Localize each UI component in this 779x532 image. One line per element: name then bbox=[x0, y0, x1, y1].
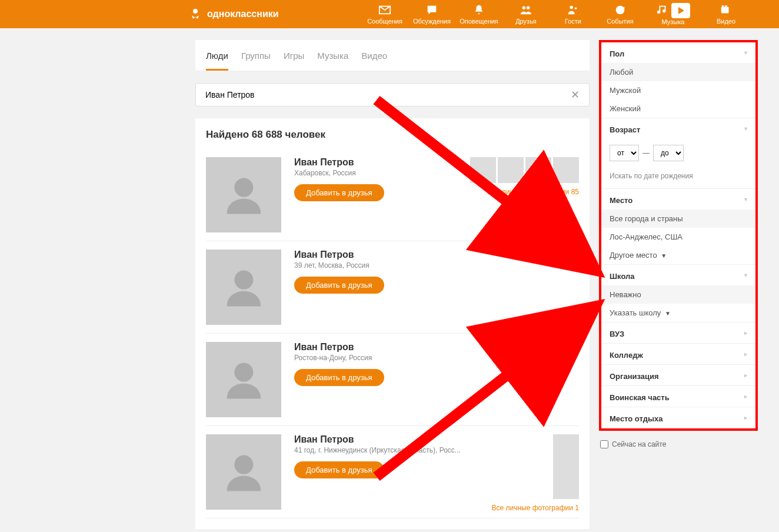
svg-point-9 bbox=[234, 178, 253, 197]
photo-thumb[interactable] bbox=[525, 157, 551, 183]
online-now-checkbox[interactable]: Сейчас на сайте bbox=[599, 437, 758, 452]
result-meta: Ростов-на-Дону, Россия bbox=[294, 354, 579, 362]
add-friend-button[interactable]: Добавить в друзья bbox=[294, 184, 384, 201]
filter-option[interactable]: Женский bbox=[601, 99, 755, 118]
svg-point-7 bbox=[722, 5, 724, 8]
filter-Колледж: Колледж bbox=[601, 344, 755, 365]
tab-Группы[interactable]: Группы bbox=[241, 40, 271, 71]
logo-text: одноклассники bbox=[207, 9, 279, 19]
nav-events[interactable]: События bbox=[597, 3, 644, 25]
online-now-input[interactable] bbox=[600, 440, 608, 448]
svg-point-8 bbox=[725, 5, 727, 8]
nav-bar: СообщенияОбсужденияОповещенияДрузьяГости… bbox=[361, 3, 750, 25]
result-name[interactable]: Иван Петров bbox=[294, 250, 579, 260]
result-name[interactable]: Иван Петров bbox=[294, 342, 579, 353]
avatar[interactable] bbox=[206, 157, 281, 232]
clear-search-icon[interactable]: ✕ bbox=[567, 88, 583, 101]
filter-Школа: ШколаНеважноУказать школу ▼ bbox=[601, 265, 755, 322]
svg-point-5 bbox=[616, 6, 625, 15]
events-icon bbox=[614, 4, 627, 16]
nav-chat[interactable]: Обсуждения bbox=[408, 3, 455, 25]
results-count: Найдено 68 688 человек bbox=[206, 129, 579, 141]
photo-thumb[interactable] bbox=[470, 157, 496, 183]
search-input[interactable] bbox=[202, 90, 567, 99]
birth-search-link[interactable]: Искать по дате рождения bbox=[601, 167, 755, 188]
filter-option[interactable]: Неважно bbox=[601, 285, 755, 304]
photo-thumb[interactable] bbox=[553, 434, 579, 499]
filter-option[interactable]: Лос-Анджелес, США bbox=[601, 228, 755, 246]
age-to-select[interactable]: до bbox=[653, 145, 684, 161]
filter-title[interactable]: Организация bbox=[601, 365, 755, 385]
nav-envelope[interactable]: Сообщения bbox=[361, 3, 408, 25]
filter-option[interactable]: Другое место ▼ bbox=[601, 246, 755, 264]
age-from-select[interactable]: от bbox=[610, 145, 639, 161]
people-icon bbox=[520, 4, 532, 16]
svg-point-10 bbox=[234, 270, 253, 289]
svg-point-11 bbox=[234, 363, 253, 381]
filter-title[interactable]: ВУЗ bbox=[601, 322, 755, 343]
envelope-icon bbox=[378, 4, 391, 16]
photo-thumb[interactable] bbox=[498, 157, 524, 183]
search-tabs: ЛюдиГруппыИгрыМузыкаВидео bbox=[195, 40, 590, 71]
filter-option[interactable]: Указать школу ▼ bbox=[601, 304, 755, 322]
filter-title[interactable]: Школа bbox=[601, 265, 755, 285]
result-row: Иван Петров41 год, г. Нижнеудинск (Иркут… bbox=[206, 426, 579, 518]
filter-Место отдыха: Место отдыха bbox=[601, 407, 755, 428]
all-photos-link[interactable]: Все личные фотографии 1 bbox=[491, 504, 579, 512]
result-row: Иван ПетровРостов-на-Дону, РоссияДобавит… bbox=[206, 334, 579, 426]
age-range: от—до bbox=[601, 139, 755, 167]
add-friend-button[interactable]: Добавить в друзья bbox=[294, 369, 384, 386]
chat-icon bbox=[425, 4, 438, 16]
filter-title[interactable]: Место отдыха bbox=[601, 407, 755, 428]
nav-music[interactable]: Музыка bbox=[644, 3, 703, 25]
filter-Возраст: Возрастот—доИскать по дате рождения bbox=[601, 118, 755, 189]
svg-point-4 bbox=[575, 7, 577, 9]
search-box: ✕ bbox=[195, 83, 590, 107]
avatar[interactable] bbox=[206, 250, 281, 325]
play-icon[interactable] bbox=[671, 3, 690, 18]
filter-title[interactable]: Воинская часть bbox=[601, 386, 755, 407]
filter-Воинская часть: Воинская часть bbox=[601, 386, 755, 407]
filter-title[interactable]: Место bbox=[601, 189, 755, 210]
tab-Музыка[interactable]: Музыка bbox=[317, 40, 348, 71]
avatar[interactable] bbox=[206, 434, 281, 510]
guests-icon bbox=[567, 4, 580, 16]
result-meta: 39 лет, Москва, Россия bbox=[294, 261, 579, 270]
filter-title[interactable]: Колледж bbox=[601, 344, 755, 364]
nav-bell[interactable]: Оповещения bbox=[455, 3, 502, 25]
main-header: одноклассники СообщенияОбсужденияОповеще… bbox=[0, 0, 779, 28]
svg-point-2 bbox=[527, 6, 530, 9]
bell-icon bbox=[472, 4, 485, 16]
svg-rect-6 bbox=[721, 7, 729, 14]
nav-people[interactable]: Друзья bbox=[502, 3, 550, 25]
results-panel: Найдено 68 688 человек Иван ПетровХабаро… bbox=[195, 118, 590, 529]
filter-Организация: Организация bbox=[601, 365, 755, 386]
add-friend-button[interactable]: Добавить в друзья bbox=[294, 277, 384, 294]
tab-Видео[interactable]: Видео bbox=[361, 40, 387, 71]
photo-thumb[interactable] bbox=[553, 157, 579, 183]
nav-video[interactable]: Видео bbox=[703, 3, 750, 25]
ok-logo-icon bbox=[188, 7, 202, 21]
filter-Пол: ПолЛюбойМужскойЖенский bbox=[601, 42, 755, 118]
logo[interactable]: одноклассники bbox=[188, 7, 279, 21]
tab-Игры[interactable]: Игры bbox=[284, 40, 304, 71]
filter-title[interactable]: Пол bbox=[601, 42, 755, 63]
svg-point-12 bbox=[234, 455, 253, 474]
filter-option[interactable]: Любой bbox=[601, 63, 755, 81]
all-photos-link[interactable]: Все личные фотографии 85 bbox=[470, 188, 579, 196]
filter-option[interactable]: Все города и страны bbox=[601, 210, 755, 228]
add-friend-button[interactable]: Добавить в друзья bbox=[294, 461, 384, 478]
filter-ВУЗ: ВУЗ bbox=[601, 322, 755, 344]
filter-option[interactable]: Мужской bbox=[601, 81, 755, 99]
result-row: Иван ПетровХабаровск, РоссияДобавить в д… bbox=[206, 149, 579, 241]
result-row: Иван Петров39 лет, Москва, РоссияДобавит… bbox=[206, 241, 579, 334]
svg-point-0 bbox=[193, 9, 198, 14]
svg-point-3 bbox=[570, 6, 574, 9]
video-icon bbox=[720, 4, 733, 16]
filters-panel: ПолЛюбойМужскойЖенскийВозрастот—доИскать… bbox=[599, 40, 758, 431]
avatar[interactable] bbox=[206, 342, 281, 417]
tab-Люди[interactable]: Люди bbox=[206, 40, 228, 71]
svg-point-1 bbox=[522, 6, 526, 9]
filter-title[interactable]: Возраст bbox=[601, 118, 755, 139]
nav-guests[interactable]: Гости bbox=[550, 3, 597, 25]
